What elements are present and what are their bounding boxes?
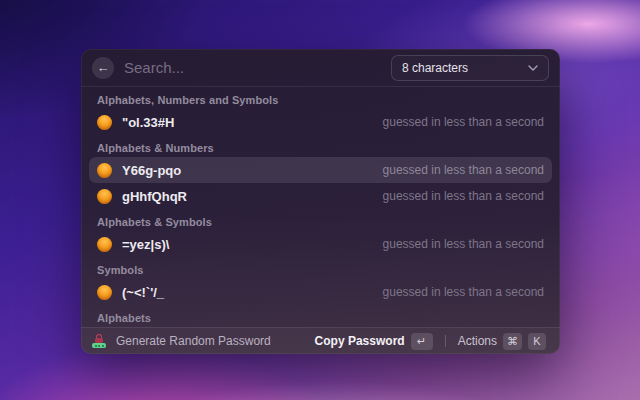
password-row[interactable]: "ol.33#H guessed in less than a second (89, 109, 552, 135)
password-strength-label: guessed in less than a second (383, 189, 544, 203)
password-row-selected[interactable]: Y66g-pqo guessed in less than a second (89, 157, 552, 183)
command-palette-window: ← 8 characters Alphabets, Numbers and Sy… (81, 49, 560, 354)
password-strength-label: guessed in less than a second (383, 115, 544, 129)
return-key-icon: ↵ (411, 333, 433, 350)
section-header-alphabets: Alphabets (89, 305, 552, 327)
orange-circle-icon (97, 163, 112, 178)
password-value: (~<!`'/_ (122, 285, 383, 300)
orange-circle-icon (97, 189, 112, 204)
search-input[interactable] (124, 59, 391, 76)
copy-password-button[interactable]: Copy Password ↵ (311, 331, 437, 352)
copy-password-label: Copy Password (315, 334, 405, 348)
password-length-value: 8 characters (402, 61, 528, 75)
password-row[interactable]: (~<!`'/_ guessed in less than a second (89, 279, 552, 305)
back-button[interactable]: ← (92, 57, 114, 79)
password-strength-label: guessed in less than a second (383, 237, 544, 251)
password-row[interactable]: =yez|s)\ guessed in less than a second (89, 231, 552, 257)
search-header: ← 8 characters (81, 49, 560, 87)
chevron-down-icon (528, 65, 538, 71)
section-header-alphabets-numbers-symbols: Alphabets, Numbers and Symbols (89, 87, 552, 109)
actions-button[interactable]: Actions ⌘ K (454, 331, 550, 352)
command-title: Generate Random Password (116, 334, 311, 348)
command-key-icon: ⌘ (503, 333, 522, 350)
actions-label: Actions (458, 334, 497, 348)
orange-circle-icon (97, 237, 112, 252)
footer-divider (445, 335, 446, 347)
section-header-alphabets-numbers: Alphabets & Numbers (89, 135, 552, 157)
password-length-dropdown[interactable]: 8 characters (391, 55, 549, 81)
password-value: "ol.33#H (122, 115, 383, 130)
password-strength-label: guessed in less than a second (383, 285, 544, 299)
section-header-alphabets-symbols: Alphabets & Symbols (89, 209, 552, 231)
password-strength-label: guessed in less than a second (383, 163, 544, 177)
password-value: =yez|s)\ (122, 237, 383, 252)
password-value: Y66g-pqo (122, 163, 383, 178)
password-results-list: Alphabets, Numbers and Symbols "ol.33#H … (81, 87, 560, 327)
k-key-icon: K (528, 333, 546, 350)
password-value: gHhfQhqR (122, 189, 383, 204)
orange-circle-icon (97, 115, 112, 130)
section-header-symbols: Symbols (89, 257, 552, 279)
orange-circle-icon (97, 285, 112, 300)
password-generator-icon (91, 334, 107, 348)
password-row[interactable]: gHhfQhqR guessed in less than a second (89, 183, 552, 209)
action-bar: Generate Random Password Copy Password ↵… (81, 327, 560, 354)
